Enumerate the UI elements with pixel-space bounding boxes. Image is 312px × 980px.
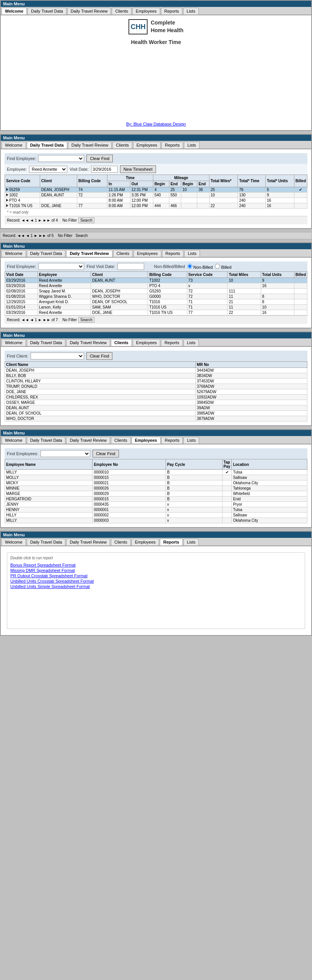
list-item[interactable]: JENNY 0000435 v Pryor xyxy=(5,502,307,507)
tab-welcome-4[interactable]: Welcome xyxy=(2,339,26,346)
find-employees-select[interactable] xyxy=(41,450,90,457)
find-client-select[interactable] xyxy=(31,353,84,359)
list-item[interactable]: MARGE 0000029 B Whitefield xyxy=(5,491,307,497)
tab-employees-2[interactable]: Employees xyxy=(133,142,161,149)
tab-lists-1[interactable]: Lists xyxy=(183,8,199,15)
tab-clients-2[interactable]: Clients xyxy=(112,142,132,149)
find-employee-select-2[interactable] xyxy=(38,155,84,162)
tab-employees-4[interactable]: Employees xyxy=(133,339,160,346)
tab-daily-data-5[interactable]: Daily Travel Data xyxy=(27,437,66,444)
tab-employees-6[interactable]: Employees xyxy=(132,539,159,546)
tab-welcome-5[interactable]: Welcome xyxy=(2,437,26,444)
tab-daily-review-3[interactable]: Daily Travel Review xyxy=(66,250,112,257)
new-timesheet-btn[interactable]: New Timesheet xyxy=(120,165,156,173)
tab-daily-review-4[interactable]: Daily Travel Review xyxy=(66,339,110,346)
list-item[interactable]: HERGATROID 0000015 B Enid xyxy=(5,497,307,502)
tab-daily-data-6[interactable]: Daily Travel Data xyxy=(27,539,66,546)
table-row[interactable]: 1002 DEAN, AUNT 72 1:26 PM 3:35 PM 540 5… xyxy=(5,193,307,198)
tab-daily-data-1[interactable]: Daily Travel Data xyxy=(28,8,67,15)
tab-reports-2[interactable]: Reports xyxy=(161,142,183,149)
tab-daily-review-5[interactable]: Daily Travel Review xyxy=(66,437,110,444)
list-item[interactable]: HENNY 0000001 v Tulsa xyxy=(5,507,307,513)
report-item[interactable]: PR Output Crosstab Spreadsheet Format xyxy=(10,573,302,578)
tab-lists-2[interactable]: Lists xyxy=(184,142,200,149)
clear-find-btn-4[interactable]: Clear Find xyxy=(86,352,113,360)
non-billed-radio[interactable] xyxy=(187,264,192,269)
report-item[interactable]: Bonus Report Spreadsheet Format xyxy=(10,562,302,568)
tab-clients-5[interactable]: Clients xyxy=(111,437,131,444)
tab-employees-1[interactable]: Employees xyxy=(132,8,160,15)
cell-emp-name: MILLY xyxy=(5,470,93,475)
blue-claw-link[interactable]: By: Blue Claw Database Design xyxy=(126,122,186,126)
tab-lists-5[interactable]: Lists xyxy=(184,437,199,444)
table-row[interactable]: 12/29/2015 Arenguet Kristi D. DEAN, OF S… xyxy=(5,299,307,305)
tab-clients-3[interactable]: Clients xyxy=(113,250,133,257)
tab-daily-review-1[interactable]: Daily Travel Review xyxy=(67,8,111,15)
billed-radio[interactable] xyxy=(215,264,220,269)
table-row[interactable]: 01/01/2014 Larson, Kelly SAM, SAM T1016 … xyxy=(5,305,307,310)
list-item[interactable]: WHO, DOCTOR 3879ADW xyxy=(5,416,307,421)
tab-daily-review-6[interactable]: Daily Travel Review xyxy=(66,539,110,546)
tab-reports-3[interactable]: Reports xyxy=(162,250,184,257)
clear-find-btn-5[interactable]: Clear Find xyxy=(93,450,119,457)
tab-welcome-3[interactable]: Welcome xyxy=(2,250,26,257)
find-employee-select-3[interactable] xyxy=(38,263,84,270)
tab-employees-3[interactable]: Employees xyxy=(133,250,161,257)
table-row[interactable]: 03/29/2016 Reed Annette DEAN, AUNT T1002… xyxy=(5,278,307,283)
tab-clients-4[interactable]: Clients xyxy=(111,339,132,346)
tab-daily-data-3[interactable]: Daily Travel Data xyxy=(27,250,66,257)
tab-lists-4[interactable]: Lists xyxy=(184,339,199,346)
table-row[interactable]: 03/29/2016 Reed Annette PTO 4 v 16 xyxy=(5,283,307,289)
cell-mi-end: 38 xyxy=(197,187,209,193)
search-btn-3[interactable]: Search xyxy=(78,317,94,323)
table-row[interactable]: T1016 TN US DOE, JANE 77 8:00 AM 12:00 P… xyxy=(5,203,307,209)
tab-lists-3[interactable]: Lists xyxy=(184,250,200,257)
non-billed-label: Non-Billed/Billed xyxy=(154,264,185,269)
tab-welcome-1[interactable]: Welcome xyxy=(2,8,27,15)
cell-emp-no: 0000435 xyxy=(93,502,166,507)
list-item[interactable]: MILLY 0000003 v Oklahoma City xyxy=(5,518,307,523)
list-item[interactable]: DEAN, AUNT 39ADW xyxy=(5,405,307,411)
list-item[interactable]: MINNIE 0000026 B Tahlonega xyxy=(5,486,307,491)
tab-clients-1[interactable]: Clients xyxy=(112,8,132,15)
tab-reports-5[interactable]: Reports xyxy=(161,437,183,444)
tab-daily-review-2[interactable]: Daily Travel Review xyxy=(68,142,112,149)
tab-reports-6[interactable]: Reports xyxy=(160,539,183,546)
tab-clients-6[interactable]: Clients xyxy=(111,539,131,546)
search-btn-2[interactable]: Search xyxy=(78,217,94,223)
list-item[interactable]: DEAN, OF SCHOOL 3985ADW xyxy=(5,411,307,416)
table-row[interactable]: PTO 4 8:00 AM 12:00 PM 240 16 xyxy=(5,198,307,203)
visit-date-input-2[interactable] xyxy=(91,166,118,173)
list-item[interactable]: DEAN, JOSEPH 34434DW xyxy=(5,368,307,373)
report-item[interactable]: Unbilled Units Crosstab Spreadsheet Form… xyxy=(10,578,302,584)
find-visit-date-input[interactable] xyxy=(117,263,144,270)
tab-welcome-2[interactable]: Welcome xyxy=(2,142,26,149)
table-row[interactable]: 55259 DEAN, JOSEPH 74 11:15 AM 12:31 PM … xyxy=(5,187,307,193)
table-row[interactable]: 03/29/2016 Reed Annette DOE, JANE T1016 … xyxy=(5,310,307,315)
table-row[interactable]: 01/08/2016 Wiggins Shanna D. WHO, DOCTOR… xyxy=(5,294,307,299)
table-row[interactable]: 02/08/2016 Snapp Jared M. DEAN, JOSEPH G… xyxy=(5,289,307,294)
list-item[interactable]: HILLY 0000002 v Sallisaw xyxy=(5,513,307,518)
report-item[interactable]: Missing DMR Spreadsheet Format xyxy=(10,568,302,573)
list-item[interactable]: MICKY 0000021 B Oklahoma City xyxy=(5,480,307,486)
list-item[interactable]: OSSEY, MARGE 39845DW xyxy=(5,400,307,405)
tab-lists-6[interactable]: Lists xyxy=(184,539,199,546)
list-item[interactable]: MOLLY 0000015 B Sallisaw xyxy=(5,475,307,480)
employee-select-2[interactable]: Reed Annette xyxy=(29,166,67,173)
cell-billed xyxy=(294,278,307,283)
list-item[interactable]: DOE, JANE 52679ADW xyxy=(5,389,307,395)
tab-reports-1[interactable]: Reports xyxy=(161,8,183,15)
list-item[interactable]: TRUMP, DONALD 3768ADW xyxy=(5,384,307,389)
tab-reports-4[interactable]: Reports xyxy=(161,339,183,346)
tab-daily-data-2[interactable]: Daily Travel Data xyxy=(27,142,67,149)
list-item[interactable]: MILLY 0000010 B ✔ Tulsa xyxy=(5,470,307,475)
list-item[interactable]: BILLY, BOB 3B34DW xyxy=(5,373,307,379)
cell-mi-end xyxy=(197,203,209,209)
clear-find-btn-2[interactable]: Clear Find xyxy=(86,155,113,162)
report-item[interactable]: Unbilled Units Simple Spreadsheet Format xyxy=(10,584,302,589)
list-item[interactable]: CLINTON, HILLARY 3T453DW xyxy=(5,379,307,384)
tab-employees-5[interactable]: Employees xyxy=(132,437,161,444)
list-item[interactable]: CHILDRESS, REX 10932ADW xyxy=(5,395,307,400)
tab-daily-data-4[interactable]: Daily Travel Data xyxy=(27,339,66,346)
tab-welcome-6[interactable]: Welcome xyxy=(2,539,26,546)
